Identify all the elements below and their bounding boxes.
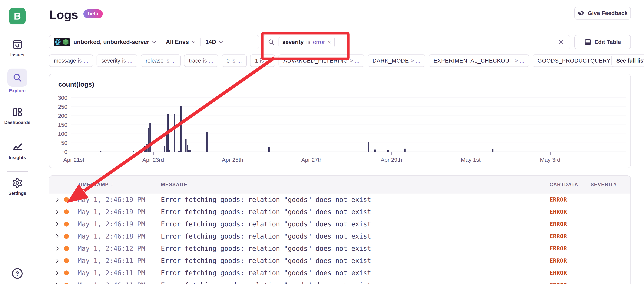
project-selector[interactable]: unborked, unborked-server <box>74 39 149 45</box>
edit-table-button[interactable]: Edit Table <box>574 35 631 49</box>
search-token-severity[interactable]: severity is error × <box>278 37 335 47</box>
expand-chevron-icon[interactable] <box>55 246 60 251</box>
log-row[interactable]: May 1, 2:46:19 PMError fetching goods: r… <box>49 218 630 230</box>
chip-value: ... <box>171 58 176 64</box>
expand-chevron-icon[interactable] <box>55 209 60 214</box>
megaphone-icon <box>578 9 585 17</box>
expand-chevron-icon[interactable] <box>55 283 60 284</box>
log-row[interactable]: May 1, 2:46:19 PMError fetching goods: r… <box>49 206 630 218</box>
column-header-timestamp[interactable]: TIMESTAMP ↓ <box>78 181 161 188</box>
filter-suggestion-chip[interactable]: releaseis... <box>141 54 181 67</box>
chart-bar <box>268 147 270 152</box>
message-cell: Error fetching goods: relation "goods" d… <box>161 245 550 252</box>
chip-key: ADVANCED_FILTERING <box>284 58 348 64</box>
row-controls <box>49 209 78 214</box>
message-cell: Error fetching goods: relation "goods" d… <box>161 269 550 277</box>
row-controls <box>49 258 78 263</box>
beta-badge: beta <box>83 9 103 18</box>
chip-key: release <box>146 58 164 64</box>
column-header-message[interactable]: MESSAGE <box>161 182 550 187</box>
log-row[interactable]: May 1, 2:46:11 PMError fetching goods: r… <box>49 279 630 284</box>
filter-suggestion-chip[interactable]: 1is... <box>250 54 275 67</box>
severity-cell: ERROR <box>550 245 590 252</box>
settings-gear-icon <box>12 177 23 189</box>
filter-suggestion-chip[interactable]: EXPERIMENTAL_CHECKOUT>... <box>429 54 530 67</box>
timestamp-cell: May 1, 2:46:12 PM <box>78 245 161 252</box>
log-row[interactable]: May 1, 2:46:11 PMError fetching goods: r… <box>49 255 630 267</box>
level-dot <box>64 283 69 284</box>
log-row[interactable]: May 1, 2:46:18 PMError fetching goods: r… <box>49 230 630 242</box>
row-controls <box>49 197 78 202</box>
date-range-selector[interactable]: 14D <box>205 39 216 45</box>
environment-selector[interactable]: All Envs <box>166 39 189 45</box>
log-row[interactable]: May 1, 2:46:11 PMError fetching goods: r… <box>49 267 630 279</box>
x-tick <box>232 152 233 155</box>
expand-chevron-icon[interactable] <box>55 222 60 227</box>
filter-suggestion-chip[interactable]: 0is... <box>222 54 247 67</box>
chip-key: severity <box>102 58 120 64</box>
clear-search-icon[interactable] <box>558 39 564 45</box>
level-dot <box>64 222 69 227</box>
log-row[interactable]: May 1, 2:46:19 PMError fetching goods: r… <box>49 193 630 206</box>
log-row[interactable]: May 1, 2:46:12 PMError fetching goods: r… <box>49 242 630 255</box>
filter-suggestion-chip[interactable]: traceis... <box>184 54 218 67</box>
sidebar-item-label: Explore <box>0 88 35 93</box>
expand-chevron-icon[interactable] <box>55 258 60 263</box>
level-dot <box>64 197 69 202</box>
chart-y-axis: 050100150200250300 <box>51 98 67 152</box>
chip-operator: is <box>122 58 126 64</box>
sidebar-item-settings[interactable]: Settings <box>0 177 35 196</box>
y-tick-label: 300 <box>51 95 67 101</box>
filter-suggestion-chip[interactable]: severityis... <box>96 54 138 67</box>
chart-bar <box>100 151 102 152</box>
filter-suggestions: messageis...severityis...releaseis...tra… <box>49 54 644 67</box>
filter-suggestion-chip[interactable]: DARK_MODE>... <box>368 54 425 67</box>
remove-token-icon[interactable]: × <box>328 39 331 45</box>
filter-suggestion-chip[interactable]: messageis... <box>49 54 93 67</box>
chip-key: GOODS_PRODUCTQUERY <box>538 58 610 64</box>
chip-key: 1 <box>255 58 258 64</box>
sidebar-item-issues[interactable]: Issues <box>0 38 35 57</box>
chart-bar <box>148 128 149 152</box>
sidebar-item-label: Dashboards <box>0 120 35 125</box>
chip-value: ... <box>266 58 270 64</box>
sidebar-item-explore[interactable]: Explore <box>0 69 35 93</box>
timestamp-cell: May 1, 2:46:11 PM <box>78 257 161 265</box>
expand-chevron-icon[interactable] <box>55 197 60 202</box>
timestamp-cell: May 1, 2:46:19 PM <box>78 208 161 216</box>
x-tick-label: Apr 25th <box>222 157 243 163</box>
column-header-severity[interactable]: SEVERITY <box>590 182 630 187</box>
gridline <box>71 125 626 125</box>
sidebar-item-dashboards[interactable]: Dashboards <box>0 106 35 125</box>
chip-value: ... <box>84 58 88 64</box>
timestamp-cell: May 1, 2:46:19 PM <box>78 196 161 203</box>
filter-suggestion-chip[interactable]: ADVANCED_FILTERING>... <box>278 54 364 67</box>
logs-table-header: TIMESTAMP ↓ MESSAGE CARTDATA SEVERITY <box>49 176 630 193</box>
chip-value: ... <box>355 58 360 64</box>
message-cell: Error fetching goods: relation "goods" d… <box>161 257 550 265</box>
severity-cell: ERROR <box>550 208 590 215</box>
severity-cell: ERROR <box>550 257 590 264</box>
chart-bar <box>167 114 168 152</box>
help-icon[interactable]: ? <box>12 268 22 279</box>
sidebar-divider <box>7 171 28 172</box>
see-full-list-button[interactable]: See full list <box>612 54 644 67</box>
x-tick <box>550 152 551 155</box>
chip-value: ... <box>520 58 524 64</box>
table-icon <box>584 38 592 46</box>
row-controls <box>49 234 78 239</box>
sidebar-item-insights[interactable]: Insights <box>0 141 35 160</box>
logs-search-input[interactable]: severity is error × <box>263 35 570 49</box>
row-controls <box>49 222 78 227</box>
table-body: May 1, 2:46:19 PMError fetching goods: r… <box>49 193 630 284</box>
message-cell: Error fetching goods: relation "goods" d… <box>161 208 550 216</box>
give-feedback-button[interactable]: Give Feedback <box>574 7 631 19</box>
column-header-cartdata[interactable]: CARTDATA <box>550 182 590 187</box>
chart-bar <box>374 149 376 152</box>
org-logo[interactable]: B <box>9 8 26 24</box>
chart-bar <box>150 123 151 152</box>
severity-cell: ERROR <box>550 233 590 240</box>
expand-chevron-icon[interactable] <box>55 234 60 239</box>
x-tick <box>74 152 74 155</box>
expand-chevron-icon[interactable] <box>55 271 60 275</box>
